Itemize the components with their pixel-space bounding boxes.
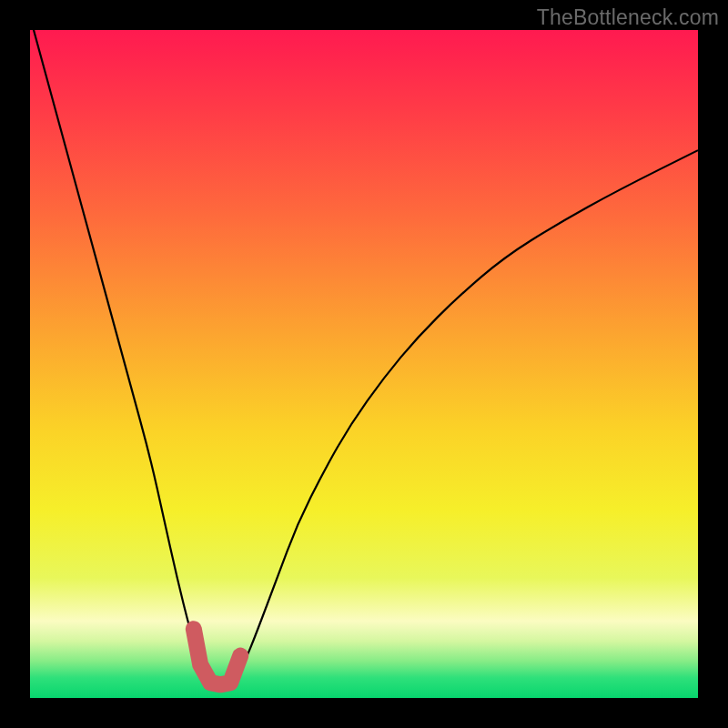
chart-stage: TheBottleneck.com xyxy=(0,0,728,728)
watermark-text: TheBottleneck.com xyxy=(537,5,719,30)
curve-layer xyxy=(30,30,698,698)
bottleneck-curve xyxy=(30,30,698,684)
trough-marker xyxy=(194,629,240,684)
plot-area xyxy=(30,30,698,698)
